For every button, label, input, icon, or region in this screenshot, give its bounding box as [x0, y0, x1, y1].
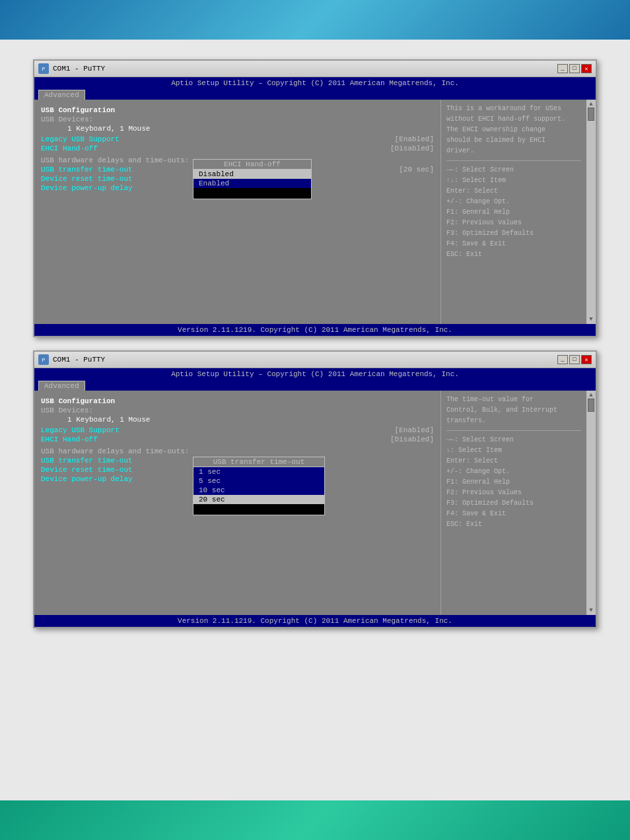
usb-devices-label-2: USB Devices:: [41, 406, 434, 414]
bios-right-1: This is a workaround for USeswithout EHC…: [441, 100, 586, 324]
scrollbar-1[interactable]: ▲ ▼: [586, 100, 596, 324]
device-reset-label-1[interactable]: Device reset time-out: [41, 175, 133, 183]
scrollbar-thumb-1[interactable]: [588, 108, 594, 121]
popup-title-1: EHCI Hand-off: [193, 160, 311, 170]
section-title-2: USB Configuration: [41, 397, 434, 405]
help-text-1: This is a workaround for USeswithout EHC…: [446, 104, 581, 156]
usb-transfer-label-2[interactable]: USB transfer time-out: [41, 457, 133, 465]
scrollbar-2[interactable]: ▲ ▼: [586, 391, 596, 615]
bios-screen-1: Aptio Setup Utility – Copyright (C) 2011…: [34, 77, 596, 336]
ehci-label-1[interactable]: EHCI Hand-off: [41, 145, 98, 152]
popup-item-5sec[interactable]: 5 sec: [193, 476, 324, 486]
minimize-button-1[interactable]: _: [557, 64, 568, 73]
title-left-2: P COM1 - PuTTY: [38, 354, 105, 365]
bios-left-1: USB Configuration USB Devices: 1 Keyboar…: [34, 100, 441, 324]
popup-item-1sec[interactable]: 1 sec: [193, 467, 324, 476]
popup-footer-1: [193, 188, 311, 199]
ehci-popup-1: EHCI Hand-off Disabled Enabled: [193, 159, 312, 199]
title-left-1: P COM1 - PuTTY: [38, 63, 105, 74]
main-content: P COM1 - PuTTY _ □ ✕ Aptio Setup Utility…: [0, 40, 630, 648]
bios-content-1: USB Configuration USB Devices: 1 Keyboar…: [34, 100, 586, 324]
window-title-2: COM1 - PuTTY: [53, 356, 105, 364]
bios-tab-row-1: Advanced: [34, 89, 596, 100]
bios-main-2: USB Configuration USB Devices: 1 Keyboar…: [34, 391, 596, 615]
bios-tab-row-2: Advanced: [34, 380, 596, 391]
putty-icon-1: P: [38, 63, 49, 74]
bottom-decorative-bar: [0, 800, 630, 840]
ehci-val-2: [Disabled]: [390, 436, 434, 443]
popup-item-enabled-1[interactable]: Enabled: [193, 179, 311, 188]
popup-item-disabled-1[interactable]: Disabled: [193, 170, 311, 179]
close-button-1[interactable]: ✕: [581, 64, 592, 73]
advanced-tab-2[interactable]: Advanced: [38, 381, 85, 391]
popup-item-20sec[interactable]: 20 sec: [193, 495, 324, 504]
putty-icon-2: P: [38, 354, 49, 365]
usb-devices-label-1: USB Devices:: [41, 115, 434, 123]
titlebar-1: P COM1 - PuTTY _ □ ✕: [34, 61, 596, 77]
right-help-1: This is a workaround for USeswithout EHC…: [446, 104, 581, 156]
bios-right-2: The time-out value forControl, Bulk, and…: [441, 391, 586, 615]
legacy-usb-row-1: Legacy USB Support [Enabled]: [41, 135, 434, 143]
popup-footer-2: [193, 504, 324, 515]
popup-title-2: USB transfer time-out: [193, 457, 324, 467]
usb-devices-value-1: 1 Keyboard, 1 Mouse: [67, 125, 434, 133]
ehci-label-2[interactable]: EHCI Hand-off: [41, 436, 98, 443]
window-title-1: COM1 - PuTTY: [53, 65, 105, 73]
usb-transfer-val-1: [20 sec]: [399, 166, 434, 174]
bios-footer-2: Version 2.11.1219. Copyright (C) 2011 Am…: [34, 615, 596, 627]
scrollbar-thumb-2[interactable]: [588, 399, 594, 412]
legacy-usb-label-1[interactable]: Legacy USB Support: [41, 135, 120, 143]
section-title-1: USB Configuration: [41, 106, 434, 114]
putty-window-2: P COM1 - PuTTY _ □ ✕ Aptio Setup Utility…: [33, 350, 597, 628]
maximize-button-1[interactable]: □: [569, 64, 580, 73]
ehci-row-1: EHCI Hand-off [Disabled]: [41, 145, 434, 152]
usb-transfer-label-1[interactable]: USB transfer time-out: [41, 166, 133, 174]
bios-left-2: USB Configuration USB Devices: 1 Keyboar…: [34, 391, 441, 615]
help-text-2: The time-out value forControl, Bulk, and…: [446, 395, 581, 426]
titlebar-2: P COM1 - PuTTY _ □ ✕: [34, 352, 596, 368]
top-decorative-bar: [0, 0, 630, 40]
device-reset-label-2[interactable]: Device reset time-out: [41, 466, 133, 474]
device-power-label-1[interactable]: Device power-up delay: [41, 184, 133, 192]
legacy-usb-val-2: [Enabled]: [395, 426, 434, 434]
usb-devices-value-2: 1 Keyboard, 1 Mouse: [67, 416, 434, 424]
ehci-val-1: [Disabled]: [390, 145, 434, 152]
legacy-usb-label-2[interactable]: Legacy USB Support: [41, 426, 120, 434]
advanced-tab-1[interactable]: Advanced: [38, 90, 85, 100]
maximize-button-2[interactable]: □: [569, 355, 580, 364]
putty-window-1: P COM1 - PuTTY _ □ ✕ Aptio Setup Utility…: [33, 59, 597, 337]
bios-content-2: USB Configuration USB Devices: 1 Keyboar…: [34, 391, 586, 615]
legacy-usb-row-2: Legacy USB Support [Enabled]: [41, 426, 434, 434]
window-controls-2: _ □ ✕: [557, 355, 592, 364]
window-controls-1: _ □ ✕: [557, 64, 592, 73]
right-help-2: The time-out value forControl, Bulk, and…: [446, 395, 581, 426]
ehci-row-2: EHCI Hand-off [Disabled]: [41, 436, 434, 443]
bios-footer-1: Version 2.11.1219. Copyright (C) 2011 Am…: [34, 324, 596, 336]
device-power-label-2[interactable]: Device power-up delay: [41, 475, 133, 483]
key-help-2: →←: Select Screen ↓: Select Item Enter: …: [446, 435, 581, 530]
popup-item-10sec[interactable]: 10 sec: [193, 486, 324, 495]
legacy-usb-val-1: [Enabled]: [395, 135, 434, 143]
hw-delays-label-2: USB hardware delays and time-outs:: [41, 447, 434, 455]
bios-main-1: USB Configuration USB Devices: 1 Keyboar…: [34, 100, 596, 324]
bios-header-2: Aptio Setup Utility – Copyright (C) 2011…: [34, 368, 596, 380]
bios-header-1: Aptio Setup Utility – Copyright (C) 2011…: [34, 77, 596, 89]
bios-screen-2: Aptio Setup Utility – Copyright (C) 2011…: [34, 368, 596, 627]
key-help-1: →←: Select Screen ↑↓: Select Item Enter:…: [446, 165, 581, 260]
usb-timeout-popup-2: USB transfer time-out 1 sec 5 sec 10 sec…: [193, 457, 325, 515]
minimize-button-2[interactable]: _: [557, 355, 568, 364]
close-button-2[interactable]: ✕: [581, 355, 592, 364]
